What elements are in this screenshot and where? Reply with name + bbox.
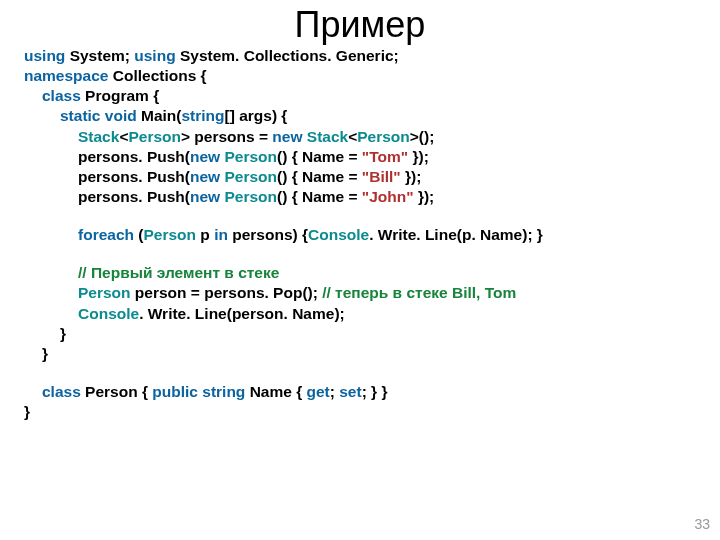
txt: { [138,383,153,400]
code-line: persons. Push(new Person() { Name = "Bil… [24,167,696,187]
comment: // теперь в стеке Bill, Tom [322,284,516,301]
txt: }); [408,148,429,165]
kw-in: in [214,226,228,243]
code-line: Console. Write. Line(person. Name); [24,304,696,324]
code-line: persons. Push(new Person() { Name = "Tom… [24,147,696,167]
code-line: } [24,344,696,364]
code-line: // Первый элемент в стеке [24,263,696,283]
cls: Person [224,168,277,185]
kw-namespace: namespace [24,67,108,84]
txt: p [196,226,214,243]
kw-new: new [190,148,220,165]
cls: Person [224,188,277,205]
txt: } [24,403,30,420]
txt: Name { [250,383,307,400]
kw-new: new [272,128,302,145]
code-line: class Person { public string Name { get;… [24,382,696,402]
kw-string: string [202,383,245,400]
kw-foreach: foreach [78,226,134,243]
blank-line [24,207,696,225]
txt: () { Name = [277,148,362,165]
kw-new: new [190,188,220,205]
txt: ; [330,383,339,400]
code-line: Person person = persons. Pop(); // тепер… [24,283,696,303]
code-block: using System; using System. Collections.… [0,46,720,422]
txt: }); [414,188,435,205]
txt: . Write. Line(person. Name); [139,305,345,322]
cls: Person [357,128,410,145]
code-line: } [24,402,696,422]
kw-class: class [42,383,81,400]
kw-static: static [60,107,101,124]
txt: Main( [141,107,181,124]
code-line: class Program { [24,86,696,106]
str: "Bill" [362,168,401,185]
txt: person = persons. Pop(); [131,284,323,301]
str: "Tom" [362,148,408,165]
txt: >(); [410,128,435,145]
txt: persons) { [232,226,308,243]
txt: < [348,128,357,145]
kw-class: class [42,87,81,104]
code-line: Stack<Person> persons = new Stack<Person… [24,127,696,147]
txt: () { Name = [277,168,362,185]
kw-public: public [152,383,198,400]
slide-title: Пример [0,0,720,46]
cls: Person [143,226,196,243]
code-line: } [24,324,696,344]
txt: System. Collections. Generic; [180,47,399,64]
code-line: namespace Collections { [24,66,696,86]
txt: [] args) { [225,107,288,124]
cls: Console [308,226,369,243]
txt: persons. Push( [78,168,190,185]
cls: Person [224,148,277,165]
code-line: foreach (Person p in persons) {Console. … [24,225,696,245]
txt: } [60,325,66,342]
kw-string: string [181,107,224,124]
kw-set: set [339,383,361,400]
txt: > persons = [181,128,272,145]
blank-line [24,364,696,382]
kw-using: using [134,47,175,64]
txt: persons. Push( [78,148,190,165]
txt: } [42,345,48,362]
txt: . Write. Line(p. Name); } [369,226,543,243]
blank-line [24,245,696,263]
slide: Пример using System; using System. Colle… [0,0,720,540]
kw-get: get [307,383,330,400]
code-line: static void Main(string[] args) { [24,106,696,126]
cls: Person [78,284,131,301]
txt: Collections { [113,67,207,84]
txt: persons. Push( [78,188,190,205]
str: "John" [362,188,414,205]
txt: () { Name = [277,188,362,205]
cls: Stack [307,128,348,145]
code-line: persons. Push(new Person() { Name = "Joh… [24,187,696,207]
comment: // Первый элемент в стеке [78,264,279,281]
kw-new: new [190,168,220,185]
cls: Console [78,305,139,322]
txt: Person [85,383,138,400]
txt: ; } } [362,383,388,400]
cls: Stack [78,128,119,145]
kw-using: using [24,47,65,64]
txt: System; [70,47,135,64]
kw-void: void [105,107,137,124]
txt: }); [401,168,422,185]
cls: Person [128,128,181,145]
page-number: 33 [694,516,710,532]
code-line: using System; using System. Collections.… [24,46,696,66]
txt: Program { [85,87,159,104]
